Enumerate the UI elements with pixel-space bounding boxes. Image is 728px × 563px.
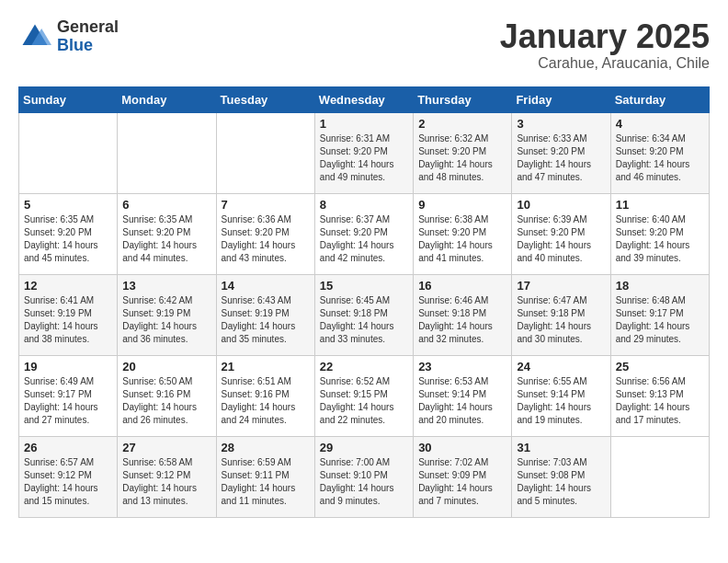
weekday-header-friday: Friday [512,86,610,112]
calendar-title: January 2025 [500,18,710,55]
day-info: Sunrise: 6:35 AMSunset: 9:20 PMDaylight:… [122,213,210,265]
calendar-week-row: 19Sunrise: 6:49 AMSunset: 9:17 PMDayligh… [19,355,710,436]
day-number: 4 [616,117,704,131]
calendar-cell: 31Sunrise: 7:03 AMSunset: 9:08 PMDayligh… [512,436,610,517]
day-number: 26 [24,441,112,454]
day-number: 13 [122,279,210,293]
weekday-header-monday: Monday [118,86,216,112]
day-info: Sunrise: 6:58 AMSunset: 9:12 PMDaylight:… [122,456,210,508]
day-info: Sunrise: 6:35 AMSunset: 9:20 PMDaylight:… [24,213,112,265]
day-number: 17 [517,279,605,293]
calendar-cell: 20Sunrise: 6:50 AMSunset: 9:16 PMDayligh… [118,355,216,436]
day-number: 2 [418,117,506,131]
day-number: 27 [122,441,210,454]
calendar-cell: 13Sunrise: 6:42 AMSunset: 9:19 PMDayligh… [118,274,216,355]
calendar-cell: 7Sunrise: 6:36 AMSunset: 9:20 PMDaylight… [216,193,314,274]
calendar-cell: 23Sunrise: 6:53 AMSunset: 9:14 PMDayligh… [414,355,512,436]
weekday-header-row: SundayMondayTuesdayWednesdayThursdayFrid… [19,86,710,112]
calendar-table: SundayMondayTuesdayWednesdayThursdayFrid… [18,86,710,518]
day-number: 9 [418,198,506,212]
weekday-header-thursday: Thursday [414,86,512,112]
day-number: 18 [616,279,704,293]
calendar-week-row: 1Sunrise: 6:31 AMSunset: 9:20 PMDaylight… [19,112,710,193]
day-info: Sunrise: 6:43 AMSunset: 9:19 PMDaylight:… [222,294,310,346]
calendar-week-row: 5Sunrise: 6:35 AMSunset: 9:20 PMDaylight… [19,193,710,274]
day-info: Sunrise: 6:32 AMSunset: 9:20 PMDaylight:… [418,132,506,184]
day-number: 23 [418,360,506,373]
day-number: 12 [24,279,112,293]
day-info: Sunrise: 6:51 AMSunset: 9:16 PMDaylight:… [222,375,310,427]
calendar-cell: 8Sunrise: 6:37 AMSunset: 9:20 PMDaylight… [314,193,413,274]
day-info: Sunrise: 6:33 AMSunset: 9:20 PMDaylight:… [517,132,605,184]
day-info: Sunrise: 7:02 AMSunset: 9:09 PMDaylight:… [418,456,506,508]
day-info: Sunrise: 6:50 AMSunset: 9:16 PMDaylight:… [122,375,210,427]
day-info: Sunrise: 6:38 AMSunset: 9:20 PMDaylight:… [418,213,506,265]
day-info: Sunrise: 6:42 AMSunset: 9:19 PMDaylight:… [122,294,210,346]
calendar-cell: 29Sunrise: 7:00 AMSunset: 9:10 PMDayligh… [314,436,413,517]
calendar-cell: 16Sunrise: 6:46 AMSunset: 9:18 PMDayligh… [414,274,512,355]
day-info: Sunrise: 6:46 AMSunset: 9:18 PMDaylight:… [418,294,506,346]
day-number: 8 [320,198,408,212]
day-info: Sunrise: 6:49 AMSunset: 9:17 PMDaylight:… [24,375,112,427]
calendar-cell: 14Sunrise: 6:43 AMSunset: 9:19 PMDayligh… [216,274,314,355]
calendar-cell: 2Sunrise: 6:32 AMSunset: 9:20 PMDaylight… [414,112,512,193]
calendar-header: SundayMondayTuesdayWednesdayThursdayFrid… [19,86,710,112]
calendar-cell: 11Sunrise: 6:40 AMSunset: 9:20 PMDayligh… [610,193,709,274]
page-header: General Blue January 2025 Carahue, Arauc… [18,18,710,72]
calendar-cell: 24Sunrise: 6:55 AMSunset: 9:14 PMDayligh… [512,355,610,436]
day-number: 25 [616,360,704,373]
calendar-cell: 17Sunrise: 6:47 AMSunset: 9:18 PMDayligh… [512,274,610,355]
logo-general: General [57,18,119,37]
day-info: Sunrise: 6:59 AMSunset: 9:11 PMDaylight:… [222,456,310,508]
calendar-cell [216,112,314,193]
calendar-cell: 4Sunrise: 6:34 AMSunset: 9:20 PMDaylight… [610,112,709,193]
calendar-cell: 25Sunrise: 6:56 AMSunset: 9:13 PMDayligh… [610,355,709,436]
day-number: 21 [222,360,310,373]
calendar-cell: 1Sunrise: 6:31 AMSunset: 9:20 PMDaylight… [314,112,413,193]
day-number: 30 [418,441,506,454]
day-info: Sunrise: 6:52 AMSunset: 9:15 PMDaylight:… [320,375,408,427]
calendar-cell: 30Sunrise: 7:02 AMSunset: 9:09 PMDayligh… [414,436,512,517]
day-info: Sunrise: 6:39 AMSunset: 9:20 PMDaylight:… [517,213,605,265]
calendar-cell: 10Sunrise: 6:39 AMSunset: 9:20 PMDayligh… [512,193,610,274]
calendar-cell [610,436,709,517]
day-info: Sunrise: 6:41 AMSunset: 9:19 PMDaylight:… [24,294,112,346]
weekday-header-saturday: Saturday [610,86,709,112]
weekday-header-wednesday: Wednesday [314,86,413,112]
calendar-week-row: 12Sunrise: 6:41 AMSunset: 9:19 PMDayligh… [19,274,710,355]
day-info: Sunrise: 7:00 AMSunset: 9:10 PMDaylight:… [320,456,408,508]
day-number: 20 [122,360,210,373]
calendar-cell: 3Sunrise: 6:33 AMSunset: 9:20 PMDaylight… [512,112,610,193]
day-info: Sunrise: 6:31 AMSunset: 9:20 PMDaylight:… [320,132,408,184]
title-block: January 2025 Carahue, Araucania, Chile [500,18,710,72]
day-number: 15 [320,279,408,293]
day-number: 3 [517,117,605,131]
logo-blue: Blue [57,37,119,55]
day-number: 6 [122,198,210,212]
logo: General Blue [18,18,119,55]
day-number: 5 [24,198,112,212]
day-info: Sunrise: 6:37 AMSunset: 9:20 PMDaylight:… [320,213,408,265]
day-info: Sunrise: 6:56 AMSunset: 9:13 PMDaylight:… [616,375,704,427]
calendar-cell: 15Sunrise: 6:45 AMSunset: 9:18 PMDayligh… [314,274,413,355]
calendar-cell: 5Sunrise: 6:35 AMSunset: 9:20 PMDaylight… [19,193,118,274]
calendar-cell: 12Sunrise: 6:41 AMSunset: 9:19 PMDayligh… [19,274,118,355]
calendar-cell: 22Sunrise: 6:52 AMSunset: 9:15 PMDayligh… [314,355,413,436]
day-number: 7 [222,198,310,212]
calendar-subtitle: Carahue, Araucania, Chile [500,55,710,72]
calendar-cell: 19Sunrise: 6:49 AMSunset: 9:17 PMDayligh… [19,355,118,436]
day-info: Sunrise: 7:03 AMSunset: 9:08 PMDaylight:… [517,456,605,508]
day-number: 1 [320,117,408,131]
day-info: Sunrise: 6:53 AMSunset: 9:14 PMDaylight:… [418,375,506,427]
day-number: 16 [418,279,506,293]
calendar-week-row: 26Sunrise: 6:57 AMSunset: 9:12 PMDayligh… [19,436,710,517]
day-number: 29 [320,441,408,454]
calendar-cell: 6Sunrise: 6:35 AMSunset: 9:20 PMDaylight… [118,193,216,274]
day-number: 28 [222,441,310,454]
calendar-cell: 18Sunrise: 6:48 AMSunset: 9:17 PMDayligh… [610,274,709,355]
calendar-cell: 26Sunrise: 6:57 AMSunset: 9:12 PMDayligh… [19,436,118,517]
day-info: Sunrise: 6:34 AMSunset: 9:20 PMDaylight:… [616,132,704,184]
calendar-body: 1Sunrise: 6:31 AMSunset: 9:20 PMDaylight… [19,112,710,517]
day-info: Sunrise: 6:40 AMSunset: 9:20 PMDaylight:… [616,213,704,265]
day-info: Sunrise: 6:47 AMSunset: 9:18 PMDaylight:… [517,294,605,346]
